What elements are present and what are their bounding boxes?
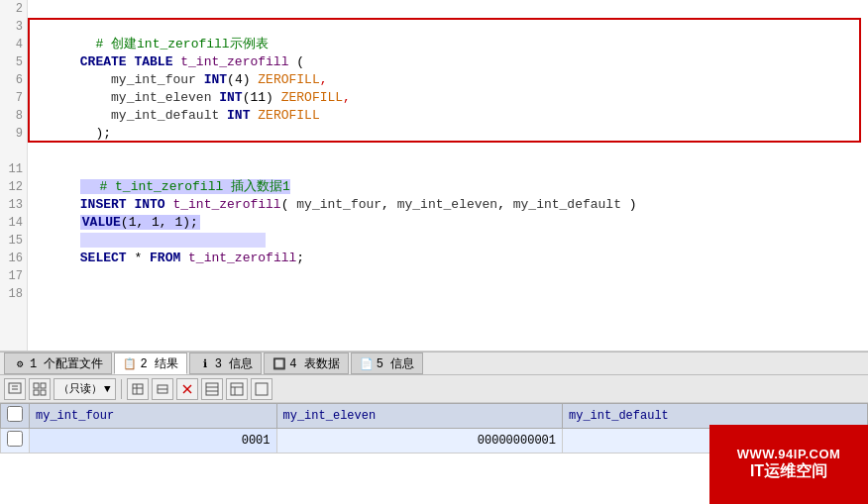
svg-rect-0 — [9, 383, 21, 393]
row-checkbox[interactable] — [7, 431, 23, 447]
code-line — [34, 125, 862, 143]
tab-results[interactable]: 📋 2 结果 — [114, 353, 186, 374]
col-header-my-int-four: my_int_four — [30, 404, 277, 429]
results-icon: 📋 — [123, 356, 137, 370]
code-line — [34, 285, 862, 303]
svg-rect-20 — [256, 383, 268, 395]
readonly-label: （只读） — [58, 381, 102, 396]
code-editor[interactable]: 2 3 4 5 6 7 8 9 11 12 13 14 15 16 17 18 … — [0, 0, 868, 352]
toolbar-btn-grid2[interactable] — [226, 378, 248, 400]
svg-rect-7 — [133, 384, 143, 394]
code-line — [34, 0, 862, 18]
toolbar-separator — [121, 379, 122, 399]
line-numbers: 2 3 4 5 6 7 8 9 11 12 13 14 15 16 17 18 — [0, 0, 28, 351]
code-line: # t_int_zerofill 插入数据1 — [34, 160, 862, 178]
cell-my-int-eleven: 00000000001 — [276, 429, 562, 454]
row-checkbox-cell — [1, 429, 30, 454]
col-header-my-int-eleven: my_int_eleven — [276, 404, 562, 429]
tabledata-icon: 🔲 — [272, 356, 286, 370]
watermark-url: WWW.94IP.COM — [737, 447, 841, 461]
info-icon: ℹ — [198, 356, 212, 370]
tab-config-label: 1 个配置文件 — [30, 355, 103, 372]
tab-info-label: 3 信息 — [215, 355, 253, 372]
svg-rect-14 — [206, 383, 218, 395]
info2-icon: 📄 — [360, 356, 374, 370]
svg-rect-4 — [41, 383, 46, 388]
tab-tabledata[interactable]: 🔲 4 表数据 — [264, 353, 348, 374]
watermark-name: IT运维空间 — [750, 461, 827, 482]
tab-info2[interactable]: 📄 5 信息 — [351, 353, 423, 374]
svg-rect-5 — [34, 390, 39, 395]
svg-rect-3 — [34, 383, 39, 388]
toolbar-btn-1[interactable] — [127, 378, 149, 400]
header-checkbox-col — [1, 404, 30, 429]
tab-info[interactable]: ℹ 3 信息 — [189, 353, 262, 374]
tab-tabledata-label: 4 表数据 — [289, 355, 339, 372]
code-content: # 创建int_zerofill示例表 CREATE TABLE t_int_z… — [28, 0, 868, 351]
tab-config[interactable]: ⚙ 1 个配置文件 — [4, 353, 112, 374]
toolbar-btn-grid3[interactable] — [251, 378, 272, 400]
svg-rect-6 — [41, 390, 46, 395]
toolbar-btn-2[interactable] — [152, 378, 173, 400]
readonly-dropdown[interactable]: （只读） ▼ — [54, 378, 116, 400]
export-icon-btn[interactable] — [4, 378, 26, 400]
tab-info2-label: 5 信息 — [377, 355, 414, 372]
toolbar-btn-delete[interactable] — [176, 378, 198, 400]
cell-my-int-four: 0001 — [30, 429, 277, 454]
watermark: WWW.94IP.COM IT运维空间 — [709, 425, 868, 504]
toolbar-btn-grid1[interactable] — [201, 378, 223, 400]
tab-bar: ⚙ 1 个配置文件 📋 2 结果 ℹ 3 信息 🔲 4 表数据 📄 5 信息 — [0, 352, 868, 375]
grid-btn[interactable] — [29, 378, 51, 400]
svg-rect-17 — [231, 383, 243, 395]
code-line: # 创建int_zerofill示例表 — [34, 18, 862, 36]
config-icon: ⚙ — [13, 356, 27, 370]
results-toolbar: （只读） ▼ — [0, 375, 868, 403]
code-line — [34, 143, 862, 160]
tab-results-label: 2 结果 — [140, 355, 177, 372]
code-line — [34, 267, 862, 285]
dropdown-arrow: ▼ — [104, 383, 111, 395]
select-all-checkbox[interactable] — [7, 406, 23, 422]
